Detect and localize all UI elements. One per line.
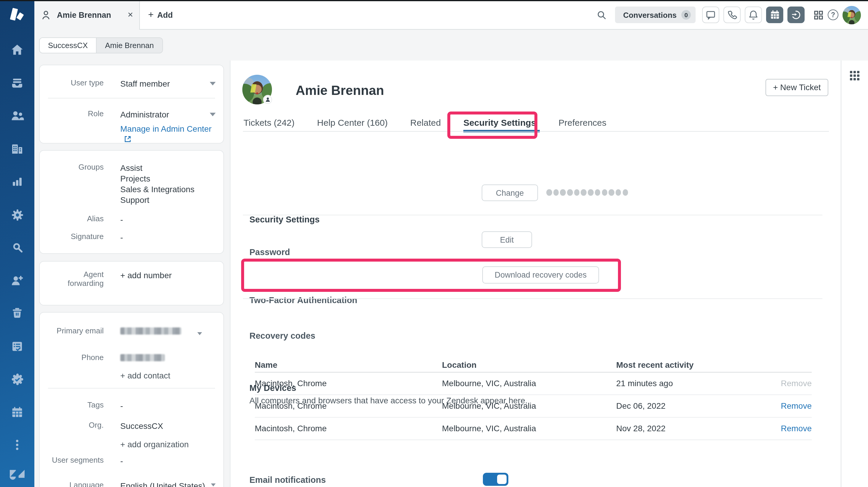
contact-card: Primary email Phone + add contact Tags -… bbox=[39, 312, 224, 487]
organizations-icon[interactable] bbox=[0, 142, 34, 155]
apps-grid-icon[interactable] bbox=[849, 70, 860, 80]
user-type-value[interactable]: Staff member bbox=[120, 78, 170, 89]
conversations-button[interactable]: Conversations 0 bbox=[615, 6, 695, 23]
edit-two-factor-button[interactable]: Edit bbox=[482, 231, 532, 248]
user-profile-main: Amie Brennan + New Ticket Tickets (242) … bbox=[230, 60, 841, 487]
trash-icon[interactable] bbox=[0, 307, 34, 320]
group-item[interactable]: Sales & Integrations bbox=[120, 183, 195, 194]
zendesk-brand-logo bbox=[0, 467, 34, 481]
notifications-bell-button[interactable] bbox=[745, 6, 762, 23]
alias-row: Alias - bbox=[48, 214, 217, 225]
conversations-count-badge: 0 bbox=[681, 10, 691, 20]
signature-row: Signature - bbox=[48, 232, 217, 242]
devices-table: NameLocationMost recent activity Macinto… bbox=[255, 357, 812, 440]
device-row: Macintosh, ChromeMelbourne, VIC, Austral… bbox=[255, 395, 812, 417]
email-notifications-label: Email notifications bbox=[249, 475, 326, 484]
tab-preferences[interactable]: Preferences bbox=[558, 117, 607, 127]
divider bbox=[48, 98, 215, 98]
chevron-down-icon[interactable] bbox=[211, 483, 216, 486]
redacted-email[interactable] bbox=[120, 327, 181, 334]
open-user-tab[interactable]: Amie Brennan ✕ bbox=[34, 0, 140, 30]
new-ticket-button[interactable]: + New Ticket bbox=[766, 79, 828, 96]
manage-admin-row: Manage in Admin Center bbox=[48, 123, 217, 145]
chat-button[interactable] bbox=[702, 6, 719, 23]
email-notifications-toggle[interactable] bbox=[483, 473, 508, 486]
tab-related[interactable]: Related bbox=[410, 117, 441, 127]
tab-tickets[interactable]: Tickets (242) bbox=[244, 117, 294, 127]
language-value[interactable]: English (United States) bbox=[120, 480, 205, 487]
language-row: Language English (United States) bbox=[48, 480, 217, 487]
zendesk-agent-app: Amie Brennan ✕ + Add Conversations 0 bbox=[0, 0, 868, 487]
reporting-icon[interactable] bbox=[0, 175, 34, 188]
primary-sidebar bbox=[0, 0, 34, 487]
profile-tabs: Tickets (242) Help Center (160) Related … bbox=[244, 117, 607, 127]
user-type-row: User type Staff member bbox=[48, 78, 217, 89]
close-tab-icon[interactable]: ✕ bbox=[127, 11, 133, 19]
role-row: Role Administrator bbox=[48, 109, 217, 120]
breadcrumb-user[interactable]: Amie Brennan bbox=[96, 38, 162, 53]
add-contact-link[interactable]: + add contact bbox=[120, 370, 170, 380]
org-row: Org. SuccessCX bbox=[48, 420, 217, 431]
redacted-phone[interactable] bbox=[120, 354, 165, 361]
zendesk-product-logo[interactable] bbox=[0, 8, 34, 23]
add-number-link[interactable]: + add number bbox=[120, 270, 172, 280]
group-item[interactable]: Assist bbox=[120, 162, 195, 173]
security-settings-heading: Security Settings bbox=[249, 214, 320, 224]
annotation-security-settings bbox=[447, 112, 537, 139]
verified-badge-icon[interactable] bbox=[0, 373, 34, 386]
groups-card: Groups Assist Projects Sales & Integrati… bbox=[39, 150, 224, 254]
chevron-down-icon[interactable] bbox=[210, 113, 216, 116]
manage-admin-link[interactable]: Manage in Admin Center bbox=[120, 124, 212, 134]
views-icon[interactable] bbox=[0, 77, 34, 90]
user-avatar-small[interactable] bbox=[842, 6, 861, 24]
sign-in-app-button[interactable] bbox=[787, 6, 805, 23]
admin-gear-icon[interactable] bbox=[0, 208, 34, 222]
add-user-icon[interactable] bbox=[0, 274, 34, 287]
divider bbox=[48, 388, 215, 389]
apps-rail bbox=[841, 60, 868, 487]
plus-icon: + bbox=[148, 9, 154, 20]
user-segments-row: User segments - bbox=[48, 455, 217, 466]
remove-device-link[interactable]: Remove bbox=[770, 401, 812, 411]
breadcrumb: SuccessCX Amie Brennan bbox=[39, 37, 163, 53]
customers-icon[interactable] bbox=[0, 109, 34, 123]
role-value[interactable]: Administrator bbox=[120, 109, 169, 120]
agent-forwarding-row: Agent forwarding + add number bbox=[48, 269, 217, 287]
home-icon[interactable] bbox=[0, 43, 34, 56]
remove-device-link[interactable]: Remove bbox=[770, 424, 812, 433]
primary-email-row: Primary email bbox=[48, 326, 217, 337]
calendar-app-button[interactable] bbox=[766, 6, 783, 23]
org-value[interactable]: SuccessCX bbox=[120, 420, 163, 431]
page-title-user-name: Amie Brennan bbox=[296, 83, 384, 98]
group-item[interactable]: Projects bbox=[120, 173, 195, 183]
chevron-down-icon[interactable] bbox=[210, 82, 216, 85]
more-options-icon[interactable] bbox=[0, 439, 34, 451]
role-card: User type Staff member Role Administrato… bbox=[39, 65, 224, 143]
person-icon bbox=[40, 9, 52, 21]
remove-device-link[interactable]: Remove bbox=[770, 378, 812, 388]
group-item[interactable]: Support bbox=[120, 194, 195, 205]
chevron-down-icon[interactable] bbox=[197, 332, 202, 335]
external-link-icon bbox=[124, 134, 131, 145]
tasks-icon[interactable] bbox=[0, 340, 34, 353]
annotation-recovery-codes bbox=[241, 258, 621, 292]
help-icon[interactable]: ? bbox=[828, 9, 838, 20]
user-type-badge-icon bbox=[263, 95, 273, 104]
products-grid-icon[interactable] bbox=[813, 10, 824, 20]
recovery-codes-label: Recovery codes bbox=[249, 331, 315, 340]
add-contact-row: + add contact bbox=[48, 370, 217, 380]
tags-row: Tags - bbox=[48, 400, 217, 411]
agent-forwarding-card: Agent forwarding + add number bbox=[39, 261, 224, 305]
tab-help-center[interactable]: Help Center (160) bbox=[317, 117, 388, 127]
breadcrumb-org[interactable]: SuccessCX bbox=[40, 38, 96, 53]
add-organization-link[interactable]: + add organization bbox=[120, 439, 189, 449]
calendar-icon-sidebar[interactable] bbox=[0, 405, 34, 419]
add-tab-button[interactable]: + Add bbox=[148, 0, 173, 30]
search-icon-sidebar[interactable] bbox=[0, 241, 34, 254]
password-label: Password bbox=[249, 247, 290, 257]
change-password-button[interactable]: Change bbox=[482, 184, 538, 201]
search-icon[interactable] bbox=[596, 9, 607, 21]
section-divider bbox=[243, 215, 823, 215]
phone-button[interactable] bbox=[723, 6, 741, 23]
section-divider bbox=[243, 298, 823, 299]
